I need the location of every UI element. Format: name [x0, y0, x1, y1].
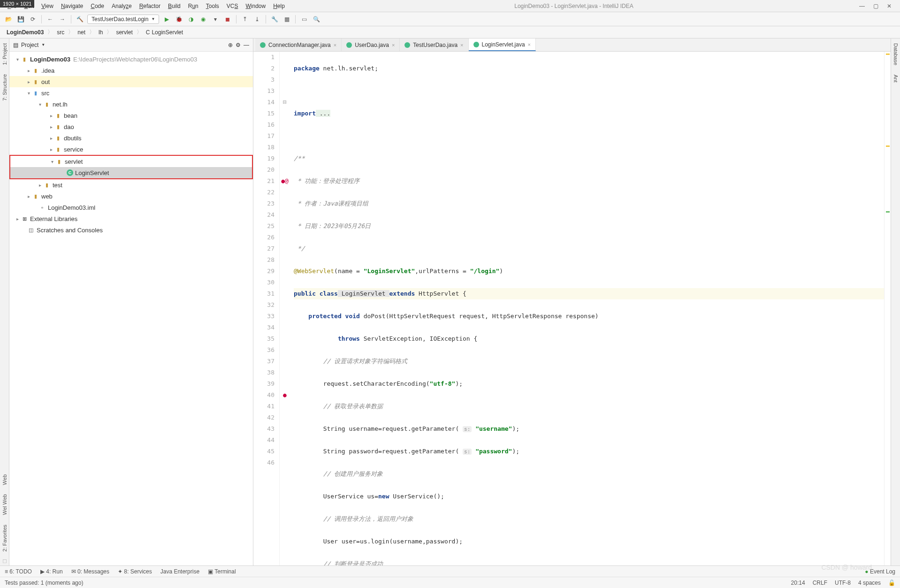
settings-icon[interactable]: 🔧 — [270, 15, 279, 24]
tree-web[interactable]: ▸▮web — [9, 191, 253, 202]
chevron-down-icon[interactable]: ▼ — [41, 43, 45, 47]
tab-testuserdao[interactable]: TestUserDao.java× — [400, 38, 468, 51]
update-icon[interactable]: ⤒ — [240, 15, 250, 24]
menu-build[interactable]: Build — [164, 3, 184, 9]
right-tab-ant[interactable]: Ant — [892, 70, 900, 87]
code-editor[interactable]: 1 2 3 13 14 15 16 17 18 19 20 21 22 23 2… — [253, 52, 891, 565]
left-tab-project[interactable]: 1: Project — [1, 38, 8, 69]
tool-messages[interactable]: ✉ 0: Messages — [71, 568, 109, 575]
warning-marker[interactable] — [886, 145, 890, 147]
collapse-icon[interactable]: ― — [244, 42, 249, 48]
close-icon[interactable]: × — [334, 42, 336, 48]
status-caret-pos[interactable]: 20:14 — [791, 580, 805, 586]
menu-window[interactable]: Window — [242, 3, 269, 9]
search-icon[interactable]: 🔍 — [312, 15, 321, 24]
run-icon[interactable]: ▶ — [162, 15, 171, 24]
structure-icon[interactable]: ▦ — [282, 15, 291, 24]
refresh-icon[interactable]: ⟳ — [28, 15, 38, 24]
status-line-ending[interactable]: CRLF — [813, 580, 827, 586]
tree-external-libs[interactable]: ▸⊞External Libraries — [9, 213, 253, 224]
locate-icon[interactable]: ⊕ — [228, 42, 233, 48]
code-content[interactable]: package net.lh.servlet; import ... /** *… — [290, 52, 884, 565]
tool-todo[interactable]: ≡ 6: TODO — [5, 568, 32, 575]
menu-tools[interactable]: Tools — [202, 3, 223, 9]
tab-loginservlet[interactable]: LoginServlet.java× — [469, 38, 536, 51]
menu-navigate[interactable]: Navigate — [57, 3, 87, 9]
commit-icon[interactable]: ⤓ — [252, 15, 262, 24]
tree-root[interactable]: ▾▮LoginDemo03E:\IdeaProjects\Web\chapter… — [9, 53, 253, 65]
ok-marker[interactable] — [886, 211, 890, 213]
debug-icon[interactable]: 🐞 — [174, 15, 183, 24]
menu-view[interactable]: View — [38, 3, 57, 9]
tree-service[interactable]: ▸▮service — [9, 144, 253, 155]
breadcrumb-class[interactable]: CLoginServlet — [144, 29, 185, 36]
tool-javaee[interactable]: Java Enterprise — [160, 568, 199, 575]
breadcrumb-src[interactable]: src — [55, 29, 66, 36]
warning-marker[interactable] — [886, 53, 890, 55]
tree-idea[interactable]: ▸▮.idea — [9, 65, 253, 76]
override-icon[interactable]: ● — [280, 389, 290, 401]
status-encoding[interactable]: UTF-8 — [835, 580, 851, 586]
error-stripe[interactable] — [884, 52, 891, 565]
close-icon[interactable]: × — [392, 42, 395, 48]
minimize-icon[interactable]: ― — [859, 3, 865, 9]
expand-icon[interactable]: ⚙ — [236, 42, 241, 48]
project-panel-icon: ▤ — [13, 42, 18, 48]
override-icon[interactable]: ●@ — [280, 176, 290, 187]
profile-icon[interactable]: ◉ — [198, 15, 208, 24]
status-indent[interactable]: 4 spaces — [858, 580, 881, 586]
save-icon[interactable]: 💾 — [16, 15, 25, 24]
stop-icon[interactable]: ◼ — [223, 15, 232, 24]
maximize-icon[interactable]: ▢ — [873, 3, 878, 9]
left-tab-web[interactable]: Web — [1, 470, 8, 489]
quick-access-icon[interactable]: ◻ — [2, 556, 7, 565]
breadcrumb-lh[interactable]: lh — [97, 29, 105, 36]
tree-scratches[interactable]: ◫Scratches and Consoles — [9, 224, 253, 236]
tree-netlh[interactable]: ▾▮net.lh — [9, 99, 253, 110]
tree-iml[interactable]: ▫LoginDemo03.iml — [9, 202, 253, 213]
left-tab-structure[interactable]: 7: Structure — [1, 69, 8, 106]
tree-servlet[interactable]: ▾▮servlet — [10, 156, 252, 167]
fold-icon[interactable]: ⊟ — [280, 97, 290, 108]
close-icon[interactable]: × — [528, 42, 531, 47]
menu-analyze[interactable]: Analyze — [108, 3, 136, 9]
tool-eventlog[interactable]: ● Event Log — [865, 568, 895, 575]
menu-vcs[interactable]: VCS — [223, 3, 242, 9]
menu-code[interactable]: Code — [87, 3, 108, 9]
tree-src[interactable]: ▾▮src — [9, 87, 253, 99]
open-icon[interactable]: 📂 — [4, 15, 13, 24]
avatar-icon[interactable]: ▭ — [299, 15, 309, 24]
tool-services[interactable]: ✦ 8: Services — [118, 568, 152, 575]
right-tab-database[interactable]: Database — [892, 38, 900, 70]
breadcrumb-net[interactable]: net — [76, 29, 87, 36]
tree-dbutils[interactable]: ▸▮dbutils — [9, 132, 253, 144]
tab-userdao[interactable]: UserDao.java× — [342, 38, 400, 51]
coverage-icon[interactable]: ◑ — [186, 15, 196, 24]
left-tab-favorites[interactable]: 2: Favorites — [1, 520, 8, 556]
tool-terminal[interactable]: ▣ Terminal — [208, 568, 236, 575]
tree-bean[interactable]: ▸▮bean — [9, 110, 253, 121]
back-icon[interactable]: ← — [46, 15, 55, 24]
menu-run[interactable]: Run — [184, 3, 202, 9]
left-tab-welweb[interactable]: Wel Web — [1, 489, 8, 519]
tree-dao[interactable]: ▸▮dao — [9, 121, 253, 132]
close-icon[interactable]: × — [460, 42, 463, 48]
project-tree[interactable]: ▾▮LoginDemo03E:\IdeaProjects\Web\chapter… — [9, 52, 253, 565]
forward-icon[interactable]: → — [58, 15, 67, 24]
run-config-selector[interactable]: TestUserDao.testLogin ▼ — [87, 15, 159, 24]
editor-tabs: ConnectionManager.java× UserDao.java× Te… — [253, 38, 891, 52]
attach-icon[interactable]: ▾ — [211, 15, 220, 24]
status-lock-icon[interactable]: 🔓 — [888, 580, 895, 586]
close-icon[interactable]: ✕ — [887, 3, 892, 9]
tree-loginservlet[interactable]: CLoginServlet — [10, 167, 252, 178]
tree-out[interactable]: ▸▮out — [9, 76, 253, 87]
menu-help[interactable]: Help — [269, 3, 289, 9]
menu-refactor[interactable]: Refactor — [136, 3, 164, 9]
window-title: LoginDemo03 - LoginServlet.java - Intell… — [514, 3, 633, 9]
breadcrumb-root[interactable]: LoginDemo03 — [5, 29, 46, 36]
tool-run[interactable]: ▶ 4: Run — [40, 568, 63, 575]
tab-connectionmanager[interactable]: ConnectionManager.java× — [255, 38, 342, 51]
tree-test[interactable]: ▸▮test — [9, 179, 253, 191]
build-icon[interactable]: 🔨 — [75, 15, 84, 24]
breadcrumb-servlet[interactable]: servlet — [114, 29, 134, 36]
